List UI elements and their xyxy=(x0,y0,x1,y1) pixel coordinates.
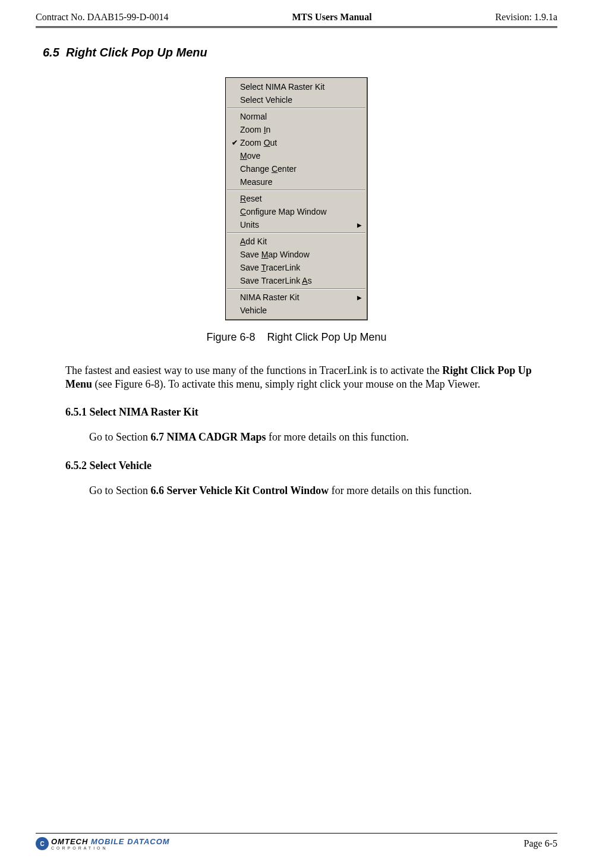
menu-item-label: Save TracerLink As xyxy=(240,276,362,285)
menu-item-label: Change Center xyxy=(240,164,362,174)
menu-item-label: Zoom Out xyxy=(240,138,362,147)
header-contract: Contract No. DAAB15-99-D-0014 xyxy=(36,12,169,23)
intro-paragraph: The fastest and easiest way to use many … xyxy=(65,364,540,392)
header-title: MTS Users Manual xyxy=(292,12,371,23)
menu-group: NIMA Raster Kit▶Vehicle xyxy=(227,289,365,318)
menu-item-label: NIMA Raster Kit xyxy=(240,293,357,302)
menu-item-label: Configure Map Window xyxy=(240,207,362,216)
menu-item-label: Select Vehicle xyxy=(240,95,362,105)
popup-menu-figure: Select NIMA Raster KitSelect VehicleNorm… xyxy=(36,77,557,320)
page-number: Page 6-5 xyxy=(524,838,557,849)
menu-item[interactable]: Save TracerLink As xyxy=(227,274,365,287)
menu-item-label: Reset xyxy=(240,194,362,203)
menu-item[interactable]: Zoom In xyxy=(227,123,365,136)
menu-group: ResetConfigure Map WindowUnits▶ xyxy=(227,190,365,233)
menu-item-label: Save Map Window xyxy=(240,250,362,259)
check-icon: ✔ xyxy=(229,139,240,147)
menu-item-label: Units xyxy=(240,220,357,229)
footer-logo: C OMTECH MOBILE DATACOM CORPORATION xyxy=(36,837,170,850)
menu-item-label: Add Kit xyxy=(240,237,362,246)
sub-body-6-5-1: Go to Section 6.7 NIMA CADGR Maps for mo… xyxy=(89,430,540,444)
popup-menu: Select NIMA Raster KitSelect VehicleNorm… xyxy=(225,77,368,320)
figure-caption: Figure 6-8 Right Click Pop Up Menu xyxy=(36,331,557,344)
menu-item[interactable]: Reset xyxy=(227,192,365,205)
menu-item-label: Normal xyxy=(240,112,362,121)
menu-group: NormalZoom In✔Zoom OutMoveChange CenterM… xyxy=(227,108,365,190)
menu-item[interactable]: Move xyxy=(227,149,365,162)
menu-item[interactable]: Normal xyxy=(227,110,365,123)
sub-heading-6-5-1: 6.5.1 Select NIMA Raster Kit xyxy=(65,406,557,419)
menu-group: Add KitSave Map WindowSave TracerLinkSav… xyxy=(227,233,365,289)
submenu-arrow-icon: ▶ xyxy=(357,222,362,228)
page-footer: C OMTECH MOBILE DATACOM CORPORATION Page… xyxy=(36,829,557,850)
menu-item-label: Zoom In xyxy=(240,125,362,134)
menu-item-label: Select NIMA Raster Kit xyxy=(240,82,362,92)
menu-item-label: Move xyxy=(240,151,362,161)
menu-item[interactable]: Add Kit xyxy=(227,235,365,248)
menu-group: Select NIMA Raster KitSelect Vehicle xyxy=(227,79,365,108)
menu-item-label: Save TracerLink xyxy=(240,263,362,272)
sub-body-6-5-2: Go to Section 6.6 Server Vehicle Kit Con… xyxy=(89,484,540,498)
menu-item[interactable]: ✔Zoom Out xyxy=(227,136,365,149)
menu-item[interactable]: Vehicle xyxy=(227,304,365,317)
menu-item[interactable]: Select NIMA Raster Kit xyxy=(227,80,365,93)
section-heading: 6.5 Right Click Pop Up Menu xyxy=(43,46,557,59)
header-rule xyxy=(36,26,557,28)
page-header: Contract No. DAAB15-99-D-0014 MTS Users … xyxy=(36,0,557,23)
menu-item[interactable]: Units▶ xyxy=(227,218,365,231)
logo-globe-icon: C xyxy=(36,837,49,850)
menu-item[interactable]: Measure xyxy=(227,175,365,188)
menu-item[interactable]: NIMA Raster Kit▶ xyxy=(227,291,365,304)
submenu-arrow-icon: ▶ xyxy=(357,294,362,301)
menu-item-label: Vehicle xyxy=(240,306,362,315)
sub-heading-6-5-2: 6.5.2 Select Vehicle xyxy=(65,460,557,472)
menu-item-label: Measure xyxy=(240,177,362,187)
menu-item[interactable]: Save Map Window xyxy=(227,248,365,261)
menu-item[interactable]: Configure Map Window xyxy=(227,205,365,218)
header-revision: Revision: 1.9.1a xyxy=(496,12,557,23)
menu-item[interactable]: Select Vehicle xyxy=(227,93,365,106)
menu-item[interactable]: Save TracerLink xyxy=(227,261,365,274)
footer-rule xyxy=(36,833,557,834)
menu-item[interactable]: Change Center xyxy=(227,162,365,175)
